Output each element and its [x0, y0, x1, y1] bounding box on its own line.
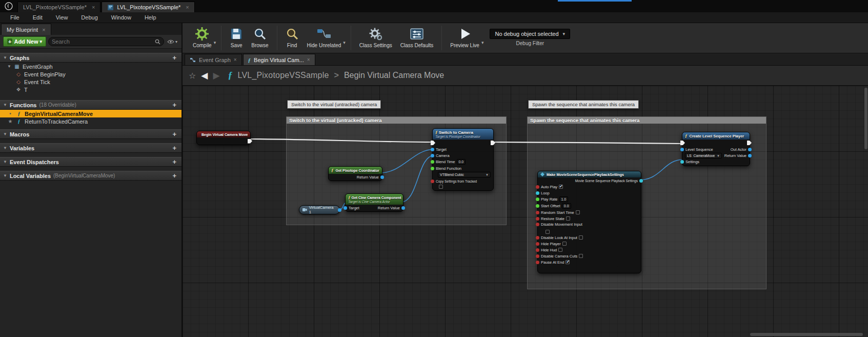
- node-create-level-sequence-player[interactable]: ƒ Create Level Sequence Player Level Seq…: [682, 132, 750, 166]
- tree-item-eventgraph[interactable]: ▼ ▦ EventGraph: [0, 63, 181, 70]
- class-defaults-button[interactable]: Class Defaults: [396, 25, 437, 49]
- comment-title[interactable]: Switch to the virtual (untracked) camera: [287, 117, 506, 124]
- return-value-pin[interactable]: [748, 154, 752, 157]
- hide-player-checkbox[interactable]: [562, 242, 567, 246]
- auto-play-checkbox[interactable]: [559, 185, 563, 189]
- blend-time-field[interactable]: 0.0: [457, 159, 466, 165]
- exec-in-pin[interactable]: [680, 141, 685, 145]
- level-sequence-pin[interactable]: [680, 148, 684, 151]
- add-local-variable-button[interactable]: +: [170, 172, 178, 180]
- exec-in-pin[interactable]: [431, 141, 435, 145]
- nav-back-icon[interactable]: ◀: [201, 70, 208, 81]
- add-graph-button[interactable]: +: [170, 54, 178, 62]
- restore-state-pin[interactable]: [536, 217, 539, 221]
- compile-options-icon[interactable]: ▾: [214, 40, 216, 45]
- node-make-playback-settings[interactable]: Make MovieSceneSequencePlaybackSettings …: [537, 171, 641, 273]
- expander-icon[interactable]: ▼: [3, 55, 7, 60]
- target-pin[interactable]: [431, 148, 434, 151]
- close-icon[interactable]: ×: [42, 27, 45, 33]
- settings-out-pin[interactable]: [639, 179, 643, 183]
- preview-live-options-icon[interactable]: ▾: [481, 40, 484, 45]
- nav-forward-icon[interactable]: ▶: [213, 70, 219, 81]
- node-switch-to-camera[interactable]: ƒ Switch to Camera Target is Pixotope Co…: [432, 128, 494, 191]
- add-macro-button[interactable]: +: [170, 130, 178, 138]
- hide-hud-checkbox[interactable]: [558, 248, 562, 252]
- tree-item-event-beginplay[interactable]: ◇ Event BeginPlay: [0, 70, 181, 78]
- add-variable-button[interactable]: +: [170, 144, 178, 152]
- output-pin[interactable]: [338, 208, 341, 212]
- pause-at-end-checkbox[interactable]: [566, 260, 570, 264]
- node-get-pixotope-coordinator[interactable]: ƒ Get Pixotope Coordinator Return Value: [328, 166, 382, 181]
- node-get-cine-camera-component[interactable]: ƒ Get Cine Camera Component Target is Ci…: [345, 193, 403, 212]
- close-icon[interactable]: ×: [186, 4, 189, 10]
- out-actor-pin[interactable]: [748, 148, 752, 151]
- tab-begin-virtual-camera[interactable]: ƒ Begin Virtual Cam... ×: [243, 54, 315, 65]
- expander-icon[interactable]: ▼: [3, 132, 7, 136]
- debug-object-dropdown[interactable]: No debug object selected ▾: [490, 29, 570, 39]
- hide-player-pin[interactable]: [536, 242, 539, 246]
- expander-icon[interactable]: ▼: [3, 103, 7, 107]
- menu-view[interactable]: View: [50, 13, 74, 22]
- expander-icon[interactable]: ▼: [3, 160, 7, 164]
- disable-movement-input-pin[interactable]: [536, 223, 539, 226]
- close-icon[interactable]: ×: [307, 57, 310, 63]
- blend-time-pin[interactable]: [431, 160, 434, 164]
- copy-settings-checkbox[interactable]: [439, 185, 443, 189]
- add-function-button[interactable]: +: [170, 101, 178, 109]
- search-input[interactable]: [52, 38, 155, 45]
- add-new-button[interactable]: + Add New ▾: [3, 36, 46, 47]
- browse-button[interactable]: Browse: [247, 25, 272, 49]
- menu-edit[interactable]: Edit: [27, 13, 49, 22]
- return-value-pin[interactable]: [380, 175, 384, 179]
- tree-item-returntotrackedcamera[interactable]: ★ ƒ ReturnToTrackedCamera: [0, 117, 181, 125]
- hide-unrelated-button[interactable]: Hide Unrelated: [303, 25, 346, 49]
- section-local-variables[interactable]: ▼ Local Variables (BeginVirtualCameraMov…: [0, 171, 181, 181]
- tab-event-graph[interactable]: Event Graph ×: [185, 54, 242, 65]
- random-start-time-pin[interactable]: [536, 211, 539, 214]
- tab-my-blueprint[interactable]: My Blueprint ×: [1, 24, 51, 35]
- add-dispatcher-button[interactable]: +: [170, 158, 178, 166]
- search-box[interactable]: [48, 37, 164, 46]
- return-value-pin[interactable]: [401, 206, 405, 210]
- start-offset-pin[interactable]: [536, 204, 539, 208]
- disable-look-at-input-pin[interactable]: [536, 236, 539, 240]
- blend-function-dropdown[interactable]: VTBlend Cubic ▼: [438, 172, 491, 177]
- restore-state-checkbox[interactable]: [566, 216, 570, 221]
- exec-out-pin[interactable]: [248, 139, 252, 144]
- camera-pin[interactable]: [431, 154, 434, 157]
- copy-settings-pin[interactable]: [431, 180, 434, 183]
- save-button[interactable]: Save: [226, 25, 247, 49]
- level-sequence-dropdown[interactable]: LS_CameraMove ▼: [685, 153, 722, 158]
- vertical-scrollbar[interactable]: [864, 88, 867, 149]
- disable-camera-cuts-pin[interactable]: [536, 254, 539, 258]
- menu-help[interactable]: Help: [138, 13, 163, 22]
- preview-live-button[interactable]: Preview Live: [446, 25, 483, 49]
- window-tab-inactive[interactable]: LVL_PixotopeVSSample* ×: [17, 2, 100, 12]
- menu-file[interactable]: File: [4, 13, 26, 22]
- disable-camera-cuts-checkbox[interactable]: [579, 254, 583, 258]
- compile-button[interactable]: Compile: [189, 25, 216, 49]
- expander-icon[interactable]: ▼: [3, 173, 7, 178]
- menu-window[interactable]: Window: [105, 13, 137, 22]
- section-functions[interactable]: ▼ Functions (18 Overridable) +: [0, 100, 181, 110]
- section-macros[interactable]: ▼ Macros +: [0, 129, 181, 139]
- disable-look-at-input-checkbox[interactable]: [579, 235, 583, 240]
- pause-at-end-pin[interactable]: [536, 261, 539, 264]
- horizontal-scrollbar[interactable]: [750, 333, 863, 336]
- breadcrumb-root[interactable]: LVL_PixotopeVSSample: [238, 71, 329, 80]
- close-icon[interactable]: ×: [234, 57, 237, 63]
- target-pin[interactable]: [344, 206, 347, 210]
- hide-unrelated-options-icon[interactable]: ▾: [343, 40, 346, 45]
- comment-title[interactable]: Spawn the sequence that animates this ca…: [528, 117, 766, 124]
- loop-pin[interactable]: [536, 191, 539, 195]
- find-button[interactable]: Find: [281, 25, 303, 49]
- section-graphs[interactable]: ▼ Graphs +: [0, 53, 181, 63]
- node-begin-virtual-camera-move[interactable]: Begin Virtual Camera Move: [196, 131, 251, 145]
- section-variables[interactable]: ▼ Variables +: [0, 143, 181, 153]
- settings-pin[interactable]: [680, 160, 684, 164]
- play-rate-pin[interactable]: [536, 197, 539, 201]
- section-event-dispatchers[interactable]: ▼ Event Dispatchers +: [0, 157, 181, 167]
- hide-hud-pin[interactable]: [536, 248, 539, 252]
- start-offset-field[interactable]: 0.0: [562, 203, 571, 209]
- expander-icon[interactable]: ▼: [3, 146, 7, 150]
